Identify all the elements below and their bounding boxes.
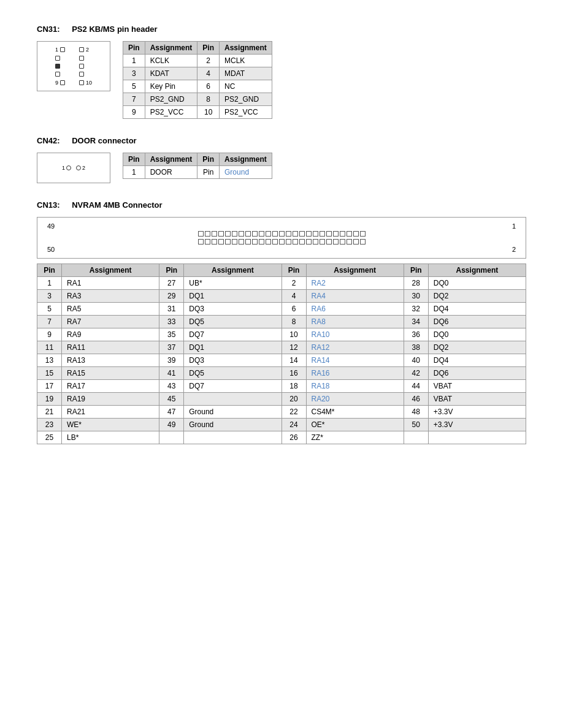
cn31-header-assignment1: Assignment: [145, 42, 197, 55]
cn31-header-pin1: Pin: [123, 42, 145, 55]
cn13-header-assignment2: Assignment: [184, 264, 282, 277]
cn31-section: CN31: PS2 KB/MS pin header 1 2 9 10 Pin: [37, 25, 526, 119]
cn42-header-pin1: Pin: [123, 153, 145, 166]
table-row: 3KDAT4MDAT: [123, 67, 272, 80]
cn13-bottom-pins: [198, 239, 366, 245]
table-row: 1RA127UB*2RA228DQ0: [37, 277, 526, 290]
cn42-section: CN42: DOOR connector 1 2 Pin Assignment …: [37, 136, 526, 183]
cn31-table: Pin Assignment Pin Assignment 1KCLK2MCLK…: [123, 41, 272, 119]
table-row: 21RA2147Ground22CS4M*48+3.3V: [37, 406, 526, 419]
cn13-header-pin2: Pin: [159, 264, 184, 277]
cn13-top-labels: 49 1: [45, 222, 518, 230]
cn31-title: CN31: PS2 KB/MS pin header: [37, 25, 526, 34]
table-row: 3RA329DQ14RA430DQ2: [37, 290, 526, 303]
cn13-header-pin3: Pin: [282, 264, 306, 277]
cn31-content: 1 2 9 10 Pin Assignment Pin Assignment: [37, 41, 526, 119]
cn13-header-assignment4: Assignment: [428, 264, 526, 277]
cn31-connector-diagram: 1 2 9 10: [37, 41, 110, 91]
cn42-connector-diagram: 1 2: [37, 153, 110, 183]
cn13-table: Pin Assignment Pin Assignment Pin Assign…: [37, 264, 526, 444]
table-row: 1DOORPinGround: [123, 166, 272, 179]
table-row: 5RA531DQ36RA632DQ4: [37, 303, 526, 316]
cn13-header-pin1: Pin: [37, 264, 62, 277]
table-row: 9PS2_VCC10PS2_VCC: [123, 106, 272, 119]
cn42-table: Pin Assignment Pin Assignment 1DOORPinGr…: [123, 153, 272, 179]
cn42-header-assignment2: Assignment: [220, 153, 272, 166]
cn31-header-assignment2: Assignment: [220, 42, 272, 55]
cn13-title: CN13: NVRAM 4MB Connector: [37, 200, 526, 210]
cn42-title: CN42: DOOR connector: [37, 136, 526, 145]
table-row: 7PS2_GND8PS2_GND: [123, 93, 272, 106]
table-row: 15RA1541DQ516RA1642DQ6: [37, 367, 526, 380]
table-row: 5Key Pin6NC: [123, 80, 272, 93]
cn42-content: 1 2 Pin Assignment Pin Assignment 1DOORP…: [37, 153, 526, 183]
table-row: 7RA733DQ58RA834DQ6: [37, 316, 526, 328]
table-row: 13RA1339DQ314RA1440DQ4: [37, 354, 526, 367]
table-row: 25LB*26ZZ*: [37, 431, 526, 444]
cn13-header-assignment3: Assignment: [306, 264, 404, 277]
cn42-header-pin2: Pin: [197, 153, 220, 166]
cn13-section: CN13: NVRAM 4MB Connector 49 1: [37, 200, 526, 444]
cn42-header-assignment1: Assignment: [145, 153, 197, 166]
cn13-top-pins: [198, 231, 366, 237]
table-row: 9RA935DQ710RA1036DQ0: [37, 328, 526, 341]
cn13-connector-diagram: 49 1 50 2: [37, 217, 526, 259]
cn13-bottom-labels: 50 2: [45, 246, 518, 253]
table-row: 17RA1743DQ718RA1844VBAT: [37, 380, 526, 393]
cn31-header-pin2: Pin: [197, 42, 220, 55]
table-row: 23WE*49Ground24OE*50+3.3V: [37, 419, 526, 431]
cn13-header-assignment1: Assignment: [62, 264, 159, 277]
table-row: 1KCLK2MCLK: [123, 55, 272, 67]
table-row: 11RA1137DQ112RA1238DQ2: [37, 341, 526, 354]
cn13-header-pin4: Pin: [404, 264, 428, 277]
table-row: 19RA194520RA2046VBAT: [37, 393, 526, 406]
